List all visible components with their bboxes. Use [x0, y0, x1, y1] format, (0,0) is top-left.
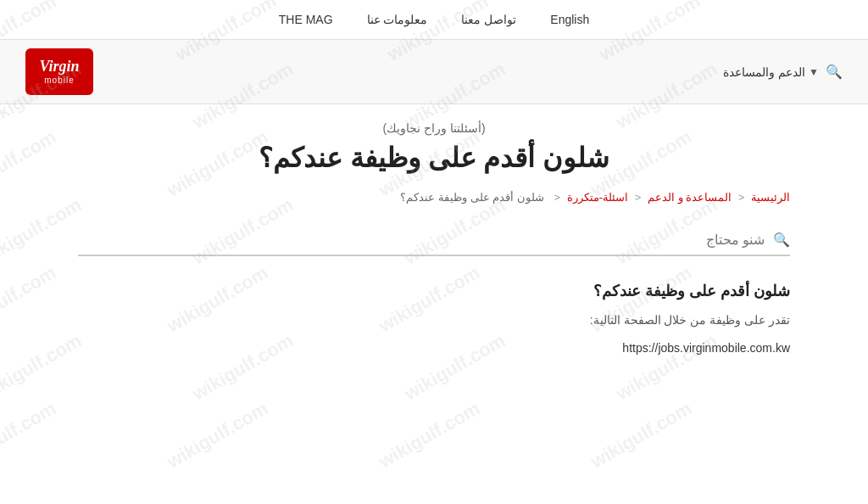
main-content: (أسئلتنا وراح نجاويك) شلون أقدم على وظيف…	[53, 104, 815, 372]
page-subtitle: (أسئلتنا وراح نجاويك)	[78, 121, 790, 135]
breadcrumb-home[interactable]: الرئيسية	[751, 191, 790, 204]
logo-sub: mobile	[44, 76, 74, 85]
breadcrumb-current: شلون أقدم على وظيفة عندكم؟	[400, 191, 543, 204]
article-section: شلون أقدم على وظيفة عندكم؟ تقدر على وظيف…	[78, 282, 790, 355]
support-label: الدعم والمساعدة	[723, 65, 805, 79]
chevron-down-icon: ▼	[809, 66, 819, 78]
logo-brand: Virgin	[39, 59, 79, 74]
support-dropdown[interactable]: ▼ الدعم والمساعدة	[723, 65, 819, 79]
breadcrumb: الرئيسية < المساعدة و الدعم < اسئلة-متكر…	[78, 191, 790, 204]
nav-item-english[interactable]: English	[550, 13, 589, 26]
breadcrumb-sep2: <	[632, 191, 641, 204]
article-title: شلون أقدم على وظيفة عندكم؟	[78, 282, 790, 300]
header-bar: 🔍 ▼ الدعم والمساعدة Virgin mobile	[0, 40, 868, 104]
search-input[interactable]	[78, 232, 765, 248]
article-link[interactable]: https://jobs.virginmobile.com.kw	[78, 341, 790, 355]
virgin-logo[interactable]: Virgin mobile	[25, 48, 93, 95]
nav-item-contact-us[interactable]: تواصل معنا	[461, 13, 516, 26]
page-title: شلون أقدم على وظيفة عندكم؟	[78, 142, 790, 174]
nav-item-the-mag[interactable]: THE MAG	[279, 13, 333, 26]
header-left: 🔍 ▼ الدعم والمساعدة	[723, 64, 843, 80]
nav-item-about-us[interactable]: معلومات عنا	[367, 13, 428, 26]
search-icon[interactable]: 🔍	[826, 64, 843, 80]
breadcrumb-faq[interactable]: اسئلة-متكررة	[567, 191, 628, 204]
search-bar: 🔍	[78, 225, 790, 256]
logo-container: Virgin mobile	[25, 48, 93, 95]
breadcrumb-support[interactable]: المساعدة و الدعم	[648, 191, 732, 204]
breadcrumb-sep1: <	[735, 191, 744, 204]
nav-items-container: THE MAG معلومات عنا تواصل معنا English	[279, 13, 589, 26]
article-body: تقدر على وظيفة من خلال الصفحة التالية:	[78, 311, 790, 331]
search-bar-icon[interactable]: 🔍	[773, 232, 790, 248]
watermark-text: wikigulf.com	[0, 261, 60, 337]
watermark-text: wikigulf.com	[0, 126, 60, 201]
breadcrumb-sep3: <	[551, 191, 560, 204]
top-nav: THE MAG معلومات عنا تواصل معنا English	[0, 0, 868, 40]
